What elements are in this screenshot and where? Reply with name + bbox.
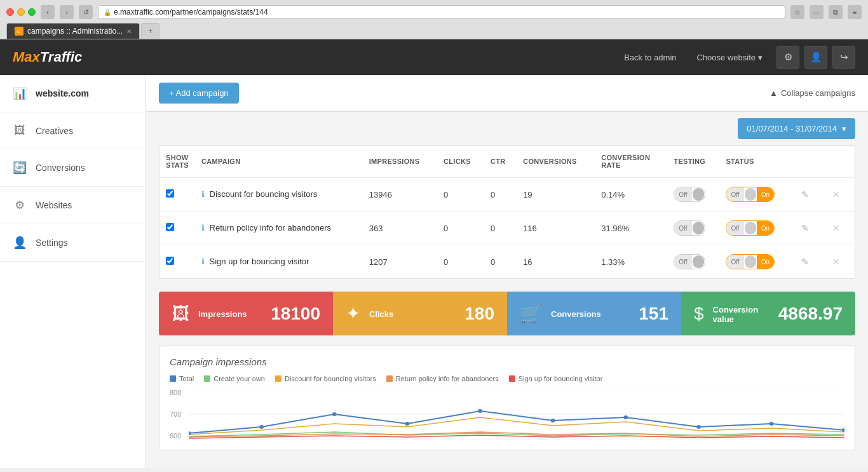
edit-icon-1[interactable]: ✎ xyxy=(798,222,812,234)
info-icon-0[interactable]: ℹ xyxy=(201,189,205,199)
svg-point-5 xyxy=(332,412,337,416)
conversions-content: Conversions xyxy=(551,308,630,319)
legend-label-signup: Sign up for bouncing visitor xyxy=(519,375,603,382)
minimize-btn[interactable]: — xyxy=(810,5,824,19)
testing-toggle-0[interactable]: Off xyxy=(674,187,705,202)
info-icon-2[interactable]: ℹ xyxy=(201,257,205,266)
campaign-name-cell-0: ℹ Discount for bouncing visitors xyxy=(195,177,363,212)
choose-website-label: Choose website xyxy=(697,53,756,62)
clicks-cell-1: 0 xyxy=(437,212,484,245)
delete-cell-2: ✕ xyxy=(823,245,855,279)
conversion-value-label: Conversion value xyxy=(713,305,770,324)
info-icon-1[interactable]: ℹ xyxy=(201,223,205,233)
testing-toggle-2[interactable]: Off xyxy=(674,254,705,269)
col-testing: TESTING xyxy=(667,146,719,177)
chart-area-container: 800 700 600 xyxy=(170,389,844,440)
close-window-btn[interactable] xyxy=(6,8,14,16)
minimize-window-btn[interactable] xyxy=(17,8,25,16)
stats-cards: 🖼 Impressions 18100 ✦ Clicks 180 🛒 xyxy=(159,292,855,335)
sidebar-item-creatives[interactable]: 🖼 Creatives xyxy=(0,112,146,149)
stat-card-impressions: 🖼 Impressions 18100 xyxy=(159,292,333,335)
legend-dot-discount xyxy=(275,375,281,382)
legend-signup: Sign up for bouncing visitor xyxy=(509,375,603,382)
impressions-icon: 🖼 xyxy=(172,303,189,324)
show-stats-checkbox-0[interactable] xyxy=(166,189,174,198)
col-ctr: CTR xyxy=(484,146,517,177)
testing-cell-0: Off xyxy=(667,177,719,212)
maximize-window-btn[interactable] xyxy=(28,8,36,16)
choose-website-btn[interactable]: Choose website ▾ xyxy=(688,48,772,67)
impressions-label: Impressions xyxy=(198,309,262,319)
delete-icon-0[interactable]: ✕ xyxy=(829,188,843,201)
forward-icon-btn[interactable]: ↪ xyxy=(832,46,855,69)
refresh-btn[interactable]: ↺ xyxy=(79,5,93,19)
show-stats-cell-2 xyxy=(159,245,195,279)
back-to-admin-btn[interactable]: Back to admin xyxy=(615,48,685,67)
col-status: STATUS xyxy=(719,146,792,177)
tab-close-btn[interactable]: ✕ xyxy=(126,28,132,35)
show-stats-checkbox-2[interactable] xyxy=(166,257,174,265)
sidebar-item-websites[interactable]: ⚙ Websites xyxy=(0,187,146,224)
sidebar-item-settings[interactable]: 👤 Settings xyxy=(0,224,146,262)
status-toggle-0[interactable]: Off On xyxy=(726,187,775,202)
address-bar[interactable]: 🔒 e.maxtraffic.com/partner/campaigns/sta… xyxy=(98,5,785,19)
window-controls xyxy=(6,8,36,16)
restore-btn[interactable]: ⧉ xyxy=(829,5,843,19)
delete-icon-2[interactable]: ✕ xyxy=(829,255,843,268)
testing-cell-2: Off xyxy=(667,245,719,279)
edit-icon-0[interactable]: ✎ xyxy=(798,188,812,201)
gear-icon-btn[interactable]: ⚙ xyxy=(776,46,799,69)
date-picker-row: 01/07/2014 - 31/07/2014 ▾ xyxy=(146,112,868,145)
user-icon-btn[interactable]: 👤 xyxy=(804,46,827,69)
legend-dot-total xyxy=(170,375,176,382)
delete-icon-1[interactable]: ✕ xyxy=(829,222,843,234)
conversion-rate-cell-2: 1.33% xyxy=(595,245,667,279)
status-toggle-2[interactable]: Off On xyxy=(726,254,775,269)
tab-title: campaigns :: Administratio... xyxy=(27,27,123,36)
browser-chrome: ‹ › ↺ 🔒 e.maxtraffic.com/partner/campaig… xyxy=(0,0,868,39)
delete-cell-0: ✕ xyxy=(823,177,855,212)
stat-card-clicks: ✦ Clicks 180 xyxy=(333,292,507,335)
logo: MaxTraffic xyxy=(13,49,82,65)
status-toggle-1[interactable]: Off On xyxy=(726,220,775,236)
sidebar-label-creatives: Creatives xyxy=(36,126,73,136)
sidebar-label-website: website.com xyxy=(36,88,89,98)
y-label-700: 700 xyxy=(170,410,181,418)
table-row: ℹ Return policy info for abandoners 363 … xyxy=(159,212,855,245)
logo-traffic: Traffic xyxy=(40,49,82,65)
nav-actions: Back to admin Choose website ▾ ⚙ 👤 ↪ xyxy=(615,46,855,69)
testing-toggle-1[interactable]: Off xyxy=(674,220,705,236)
table-header-row: SHOW STATS CAMPAIGN IMPRESSIONS CLICKS C… xyxy=(159,146,855,177)
status-off-label-1: Off xyxy=(726,221,743,235)
edit-icon-2[interactable]: ✎ xyxy=(798,255,812,268)
testing-off-label-1: Off xyxy=(674,221,691,235)
collapse-campaigns-btn[interactable]: ▲ Collapse campaigns xyxy=(770,88,855,98)
status-cell-0: Off On xyxy=(719,177,792,212)
edit-cell-1: ✎ xyxy=(792,212,823,245)
new-tab-btn[interactable]: + xyxy=(141,23,159,39)
add-campaign-btn[interactable]: + Add campaign xyxy=(159,83,239,104)
show-stats-cell-0 xyxy=(159,177,195,212)
sidebar-item-website[interactable]: 📊 website.com xyxy=(0,75,146,112)
settings-btn[interactable]: ≡ xyxy=(848,5,862,19)
date-picker-arrow: ▾ xyxy=(842,124,846,133)
date-picker-btn[interactable]: 01/07/2014 - 31/07/2014 ▾ xyxy=(738,118,855,139)
ctr-cell-1: 0 xyxy=(484,212,517,245)
url-text: e.maxtraffic.com/partner/campaigns/stats… xyxy=(114,8,268,17)
bookmark-btn[interactable]: ☆ xyxy=(790,5,804,19)
svg-point-11 xyxy=(770,422,774,426)
col-conversion-rate: CONVERSIONRATE xyxy=(595,146,667,177)
svg-point-10 xyxy=(696,425,701,429)
active-tab[interactable]: C campaigns :: Administratio... ✕ xyxy=(6,23,140,39)
sidebar-label-websites: Websites xyxy=(36,200,72,210)
sidebar-item-conversions[interactable]: 🔄 Conversions xyxy=(0,149,146,187)
conversion-value-content: Conversion value xyxy=(713,304,770,324)
forward-btn[interactable]: › xyxy=(60,5,74,19)
col-campaign: CAMPAIGN xyxy=(195,146,363,177)
conversion-value-value: 4868.97 xyxy=(778,304,843,324)
chart-title: Campaign impressions xyxy=(170,356,844,367)
legend-return: Return policy info for abandoners xyxy=(386,375,499,382)
back-btn[interactable]: ‹ xyxy=(41,5,55,19)
col-clicks: CLICKS xyxy=(437,146,484,177)
show-stats-checkbox-1[interactable] xyxy=(166,223,174,231)
